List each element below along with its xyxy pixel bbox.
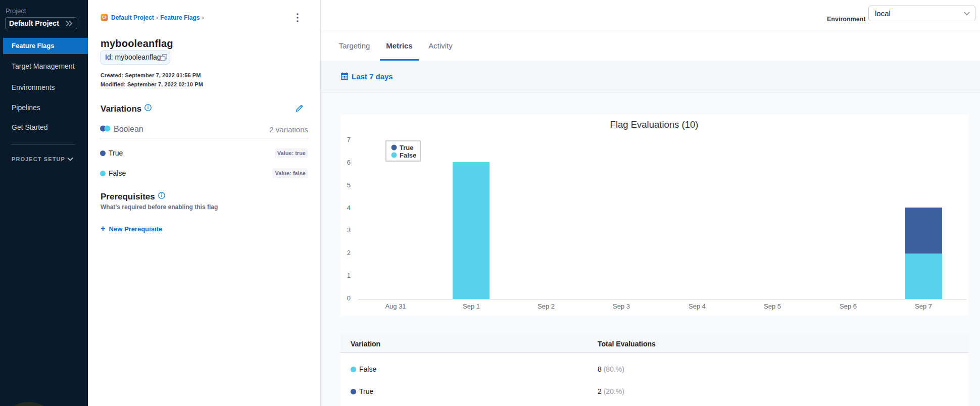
svg-text:0: 0 (347, 294, 351, 302)
svg-text:Sep 2: Sep 2 (537, 302, 555, 310)
svg-text:6: 6 (347, 159, 351, 166)
svg-text:3: 3 (347, 226, 351, 234)
svg-text:2: 2 (347, 249, 351, 257)
svg-text:Sep 7: Sep 7 (915, 302, 932, 310)
svg-text:Flag Evaluations (10): Flag Evaluations (10) (610, 119, 699, 130)
svg-text:Sep 4: Sep 4 (689, 302, 706, 310)
svg-text:Sep 3: Sep 3 (613, 302, 630, 310)
svg-text:5: 5 (347, 181, 351, 189)
svg-text:Sep 6: Sep 6 (840, 302, 857, 310)
svg-text:4: 4 (347, 204, 351, 212)
svg-text:1: 1 (347, 272, 351, 279)
svg-text:Sep 1: Sep 1 (463, 302, 480, 310)
svg-text:7: 7 (347, 136, 351, 143)
svg-text:False: False (400, 151, 416, 159)
svg-text:Sep 5: Sep 5 (764, 302, 781, 310)
svg-text:True: True (400, 144, 413, 151)
svg-text:Aug 31: Aug 31 (385, 302, 406, 310)
